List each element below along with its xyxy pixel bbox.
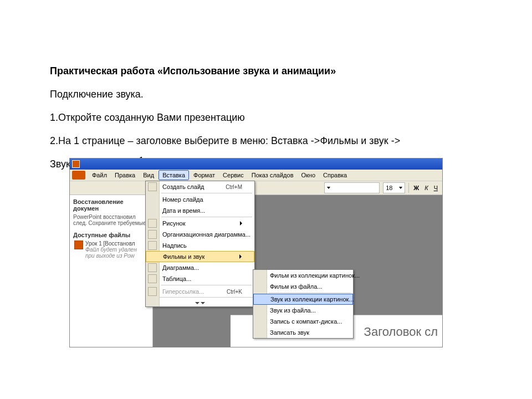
app-menu-icon — [72, 171, 85, 180]
menu-file[interactable]: Файл — [89, 171, 110, 180]
movies-sound-submenu: Фильм из коллекции картинок... Фильм из … — [253, 269, 354, 339]
doc-title: Практическая работа «Использование звука… — [50, 61, 493, 81]
chevron-down-icon — [399, 187, 402, 189]
document-recovery-pane: Восстановление докумен PowerPoint восста… — [70, 195, 153, 347]
menu-item-org-chart[interactable]: Организационная диаграмма... — [146, 229, 254, 240]
menu-item-slide-number[interactable]: Номер слайда — [146, 194, 254, 205]
italic-button[interactable]: К — [423, 185, 429, 191]
chevron-down-icon — [327, 187, 330, 189]
menu-item-date-time[interactable]: Дата и время... — [146, 205, 254, 216]
menu-slideshow[interactable]: Показ слайдов — [248, 171, 297, 180]
embedded-screenshot: Файл Правка Вид Вставка Формат Сервис По… — [69, 158, 443, 347]
menu-item-shortcut: Ctrl+M — [226, 184, 242, 190]
title-bar — [70, 158, 442, 170]
formatting-toolbar: 18 Ж К Ч — [70, 181, 442, 195]
menu-item-movies-sound[interactable]: Фильмы и звук — [146, 251, 254, 262]
pane-heading-1: Восстановление докумен — [73, 198, 149, 212]
menu-item-text-box[interactable]: Надпись — [146, 240, 254, 251]
menu-edit[interactable]: Правка — [111, 171, 139, 180]
recovered-file-name: Урок 1 [Восстановл — [85, 241, 149, 247]
menu-item-new-slide[interactable]: Создать слайд Ctrl+M — [146, 181, 254, 192]
menu-item-label: Звук из файла... — [270, 307, 316, 314]
menu-item-chart[interactable]: Диаграмма... — [146, 262, 254, 273]
menu-item-label: Фильм из файла... — [270, 283, 323, 290]
recovered-file-note-2: при выходе из Pow — [85, 253, 149, 259]
document-body: Практическая работа «Использование звука… — [0, 0, 532, 174]
menu-item-label: Фильм из коллекции картинок... — [270, 272, 360, 279]
menu-item-movie-from-clipart[interactable]: Фильм из коллекции картинок... — [253, 270, 353, 281]
menu-insert[interactable]: Вставка — [158, 170, 189, 180]
menu-format[interactable]: Формат — [190, 171, 218, 180]
slide-title-text: Заголовок сл — [364, 325, 438, 339]
menu-item-label: Звук из коллекции картинок... — [270, 296, 354, 303]
menu-help[interactable]: Справка — [320, 171, 350, 180]
menu-item-sound-from-file[interactable]: Звук из файла... — [253, 305, 353, 316]
menu-bar: Файл Правка Вид Вставка Формат Сервис По… — [70, 170, 442, 181]
pane-text: PowerPoint восстановил след. Сохраните т… — [73, 214, 149, 226]
menu-item-picture[interactable]: Рисунок — [146, 218, 254, 229]
insert-menu-dropdown: Создать слайд Ctrl+M Номер слайда Дата и… — [145, 181, 255, 307]
app-icon — [72, 160, 80, 168]
doc-line-2: 1.Откройте созданную Вами презентацию — [50, 108, 493, 127]
menu-item-label: Фильмы и звук — [163, 253, 204, 260]
menu-item-label: Записать звук — [270, 329, 309, 336]
font-size-value: 18 — [386, 185, 392, 191]
menu-item-sound-from-clipart[interactable]: Звук из коллекции картинок... — [253, 294, 353, 305]
menu-tools[interactable]: Сервис — [219, 171, 247, 180]
menu-item-table[interactable]: Таблица... — [146, 273, 254, 284]
recovered-file-note-1: Файл будет удален — [85, 247, 149, 253]
table-icon — [148, 274, 157, 283]
menu-item-label: Организационная диаграмма... — [162, 231, 250, 238]
menu-window[interactable]: Окно — [298, 171, 319, 180]
font-name-dropdown[interactable] — [324, 182, 380, 193]
menu-view[interactable]: Вид — [140, 171, 157, 180]
menu-item-record-sound[interactable]: Записать звук — [253, 327, 353, 338]
menu-item-movie-from-file[interactable]: Фильм из файла... — [253, 281, 353, 292]
doc-line-1: Подключение звука. — [50, 84, 493, 104]
menu-item-label: Запись с компакт-диска... — [270, 318, 342, 325]
picture-icon — [148, 219, 157, 228]
org-chart-icon — [148, 230, 157, 239]
menu-expand-chevrons[interactable] — [146, 297, 254, 306]
menu-item-label: Создать слайд — [162, 183, 204, 190]
menu-item-label: Таблица... — [162, 275, 191, 282]
menu-item-hyperlink: Гиперссылка... Ctrl+K — [146, 286, 254, 297]
menu-item-label: Гиперссылка... — [162, 288, 204, 295]
menu-item-label: Номер слайда — [162, 196, 203, 203]
chart-icon — [148, 263, 157, 272]
pane-heading-2: Доступные файлы — [73, 232, 149, 238]
font-size-dropdown[interactable]: 18 — [383, 182, 405, 193]
menu-item-label: Диаграмма... — [162, 264, 199, 271]
toolbar-separator — [408, 183, 409, 193]
menu-item-label: Дата и время... — [162, 207, 205, 214]
menu-item-cd-audio[interactable]: Запись с компакт-диска... — [253, 316, 353, 327]
recovered-file-item[interactable]: Урок 1 [Восстановл Файл будет удален при… — [73, 241, 149, 259]
submenu-arrow-icon — [239, 254, 242, 259]
submenu-arrow-icon — [240, 221, 242, 226]
menu-item-label: Рисунок — [162, 220, 186, 227]
underline-button[interactable]: Ч — [433, 185, 439, 191]
menu-item-shortcut: Ctrl+K — [227, 289, 242, 295]
bold-button[interactable]: Ж — [412, 185, 420, 191]
text-box-icon — [148, 241, 157, 250]
new-slide-icon — [148, 182, 157, 191]
hyperlink-icon — [148, 287, 157, 296]
doc-line-3: 2.На 1 странице – заголовке выберите в м… — [50, 131, 493, 151]
menu-item-label: Надпись — [162, 242, 187, 249]
